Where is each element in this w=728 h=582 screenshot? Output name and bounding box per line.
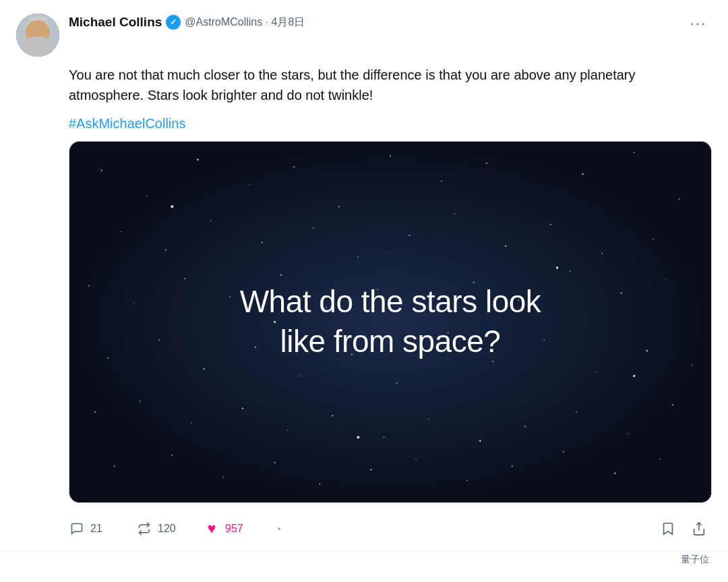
media-image[interactable]: What do the stars looklike from space?: [69, 141, 712, 503]
date: 4月8日: [272, 16, 305, 28]
reply-count: 21: [90, 523, 102, 535]
like-action[interactable]: ♥ 957: [204, 515, 271, 542]
svg-point-5: [28, 16, 47, 23]
handle[interactable]: @AstroMCollins: [185, 16, 262, 28]
svg-point-3: [34, 26, 36, 28]
media-overlay-text: What do the stars looklike from space?: [69, 142, 711, 502]
tweet-card: Michael Collins @AstroMCollins · 4月8日 ··…: [0, 0, 728, 551]
more-button[interactable]: ···: [685, 13, 712, 34]
verified-badge: [166, 15, 181, 30]
dot-icon: [271, 521, 287, 537]
svg-point-2: [23, 42, 53, 57]
retweet-icon: [136, 521, 152, 537]
svg-point-1: [28, 19, 47, 38]
retweet-count: 120: [158, 523, 176, 535]
media-question-text: What do the stars looklike from space?: [240, 282, 541, 363]
tweet-body: You are not that much closer to the star…: [69, 65, 712, 542]
avatar[interactable]: [16, 13, 59, 57]
display-name[interactable]: Michael Collins: [69, 15, 162, 30]
reply-icon: [69, 521, 85, 537]
svg-rect-0: [16, 13, 59, 57]
dot-separator: [271, 515, 298, 542]
hashtag-container: #AskMichaelCollins: [69, 116, 712, 132]
author-info: Michael Collins @AstroMCollins · 4月8日: [69, 13, 675, 30]
name-row: Michael Collins @AstroMCollins · 4月8日: [69, 15, 675, 30]
tweet-actions: 21 120 ♥ 957: [69, 513, 712, 542]
svg-point-87: [278, 527, 280, 530]
like-count: 957: [225, 523, 243, 535]
watermark: 量子位: [675, 551, 715, 569]
reply-action[interactable]: 21: [69, 515, 136, 542]
share-action[interactable]: [686, 516, 712, 542]
tweet-text: You are not that much closer to the star…: [69, 65, 712, 105]
handle-date: @AstroMCollins · 4月8日: [185, 16, 305, 30]
tweet-header: Michael Collins @AstroMCollins · 4月8日 ··…: [16, 13, 712, 57]
like-icon: ♥: [204, 521, 220, 537]
retweet-action[interactable]: 120: [136, 515, 204, 542]
hashtag-link[interactable]: #AskMichaelCollins: [69, 116, 185, 131]
svg-point-4: [40, 26, 42, 28]
bookmark-action[interactable]: [655, 516, 681, 542]
